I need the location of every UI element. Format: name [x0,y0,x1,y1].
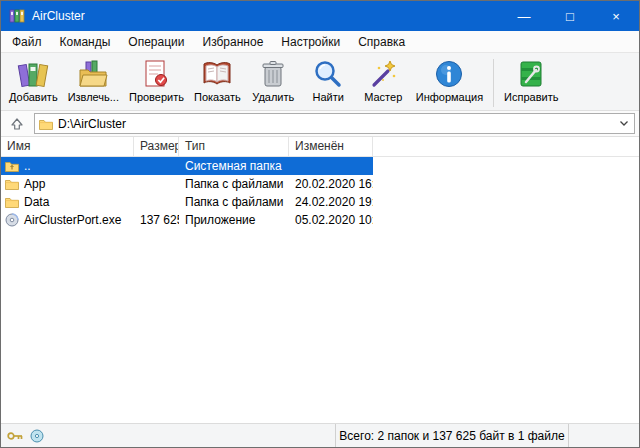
column-header-modified[interactable]: Изменён [289,137,373,156]
column-header-filler [373,137,639,156]
statusbar-right-panel [569,424,639,447]
delete-button[interactable]: Удалить [246,55,301,104]
table-row-parent-dir[interactable]: .. Системная папка [1,157,373,175]
row-modified: 20.02.2020 16:20 [289,177,373,191]
titlebar: AirCluster — □ × [1,1,639,31]
menubar: Файл Команды Операции Избранное Настройк… [1,31,639,53]
statusbar-left-panel [1,424,336,447]
info-icon [433,58,465,90]
find-icon [312,58,344,90]
find-button[interactable]: Найти [301,55,356,104]
app-icon [9,8,25,24]
folder-up-icon [5,160,19,172]
test-button[interactable]: Проверить [124,55,189,104]
column-header-name[interactable]: Имя [1,137,134,156]
statusbar-totals: Всего: 2 папок и 137 625 байт в 1 файле [336,424,569,447]
info-button-label: Информация [416,91,483,103]
row-type: Папка с файлами [179,195,289,209]
address-combobox[interactable]: D:\AirCluster [34,113,635,134]
column-header-type[interactable]: Тип [179,137,289,156]
list-header: Имя Размер Тип Изменён [1,137,639,157]
menu-favorites[interactable]: Избранное [194,31,273,53]
address-dropdown-button[interactable] [616,114,632,133]
row-name: AirClusterPort.exe [24,213,121,227]
delete-icon [257,58,289,90]
file-list: Имя Размер Тип Изменён .. Системная папк… [1,137,639,423]
add-archive-icon [17,58,49,90]
menu-file[interactable]: Файл [3,31,51,53]
key-icon[interactable] [6,427,24,445]
view-button[interactable]: Показать [189,55,246,104]
add-button[interactable]: Добавить [4,55,63,104]
address-path: D:\AirCluster [58,117,611,131]
row-type: Системная папка [179,159,289,173]
extract-button[interactable]: Извлечь... [63,55,124,104]
aircluster-window: AirCluster — □ × Файл Команды Операции И… [0,0,640,448]
statusbar: Всего: 2 папок и 137 625 байт в 1 файле [1,423,639,447]
row-size: 137 625 [134,213,179,227]
repair-icon [515,58,547,90]
repair-button-label: Исправить [504,91,558,103]
view-file-icon [201,58,233,90]
window-controls: — □ × [501,1,639,31]
row-name: .. [24,159,31,173]
close-button[interactable]: × [593,1,639,31]
repair-button[interactable]: Исправить [499,55,563,104]
find-button-label: Найти [313,91,344,103]
up-directory-button[interactable] [5,114,29,134]
folder-icon [5,196,19,208]
table-row-exe[interactable]: AirClusterPort.exe 137 625 Приложение 05… [1,211,373,229]
delete-button-label: Удалить [252,91,294,103]
row-name: Data [24,195,49,209]
menu-commands[interactable]: Команды [51,31,120,53]
row-modified: 24.02.2020 19:38 [289,195,373,209]
test-button-label: Проверить [129,91,184,103]
add-button-label: Добавить [9,91,58,103]
row-modified: 05.02.2020 10:47 [289,213,373,227]
folder-icon [39,118,53,130]
window-title: AirCluster [32,9,501,23]
toolbar: Добавить Извлечь... [1,53,639,111]
up-arrow-icon [10,117,24,131]
view-button-label: Показать [194,91,241,103]
row-name: App [24,177,45,191]
addressbar: D:\AirCluster [1,111,639,137]
toolbar-separator [493,59,494,107]
test-archive-icon [140,58,172,90]
wizard-button-label: Мастер [364,91,402,103]
menu-settings[interactable]: Настройки [272,31,349,53]
minimize-button[interactable]: — [501,1,547,31]
chevron-down-icon [619,120,629,127]
row-type: Папка с файлами [179,177,289,191]
maximize-button[interactable]: □ [547,1,593,31]
menu-help[interactable]: Справка [349,31,414,53]
info-button[interactable]: Информация [411,55,488,104]
column-header-size[interactable]: Размер [134,137,179,156]
menu-operations[interactable]: Операции [119,31,193,53]
application-icon [5,213,19,227]
disk-icon[interactable] [28,427,46,445]
folder-icon [5,178,19,190]
wizard-button[interactable]: Мастер [356,55,411,104]
extract-icon [77,58,109,90]
extract-button-label: Извлечь... [68,91,119,103]
table-row-app[interactable]: App Папка с файлами 20.02.2020 16:20 [1,175,373,193]
wizard-icon [367,58,399,90]
row-type: Приложение [179,213,289,227]
table-row-data[interactable]: Data Папка с файлами 24.02.2020 19:38 [1,193,373,211]
